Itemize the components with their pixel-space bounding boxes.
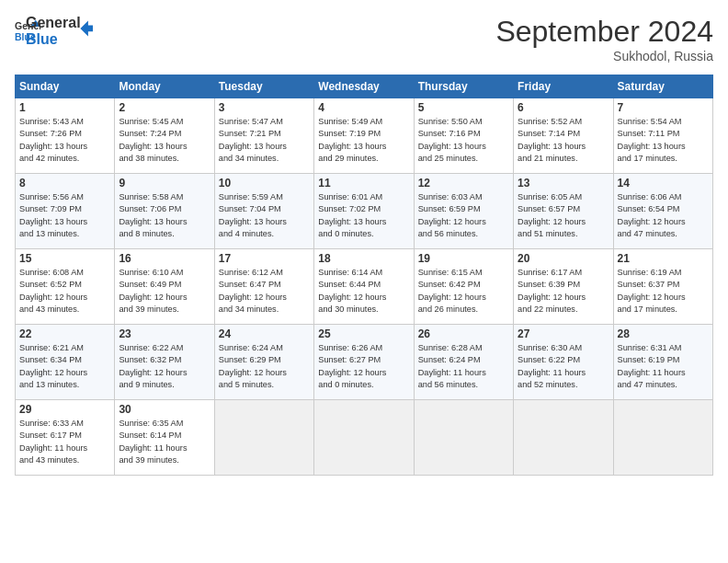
month-title: September 2024: [495, 15, 713, 49]
col-monday: Monday: [115, 75, 214, 98]
logo: General Blue General Blue: [15, 15, 97, 47]
day-info: Sunrise: 6:31 AM Sunset: 6:19 PM Dayligh…: [618, 342, 709, 391]
title-block: September 2024 Sukhodol, Russia: [495, 15, 713, 63]
table-row: 13Sunrise: 6:05 AM Sunset: 6:57 PM Dayli…: [514, 174, 613, 249]
day-info: Sunrise: 5:59 AM Sunset: 7:04 PM Dayligh…: [219, 191, 310, 240]
day-number: 18: [318, 252, 409, 265]
table-row: 3Sunrise: 5:47 AM Sunset: 7:21 PM Daylig…: [214, 98, 313, 174]
table-row: 25Sunrise: 6:26 AM Sunset: 6:27 PM Dayli…: [314, 325, 414, 400]
table-row: 30Sunrise: 6:35 AM Sunset: 6:14 PM Dayli…: [115, 400, 214, 476]
page-container: General Blue General Blue September 2024…: [0, 0, 728, 485]
day-info: Sunrise: 5:49 AM Sunset: 7:19 PM Dayligh…: [318, 116, 409, 165]
day-number: 28: [618, 327, 709, 340]
col-wednesday: Wednesday: [314, 75, 414, 98]
table-row: 27Sunrise: 6:30 AM Sunset: 6:22 PM Dayli…: [514, 325, 613, 400]
day-number: 27: [518, 327, 609, 340]
day-info: Sunrise: 5:47 AM Sunset: 7:21 PM Dayligh…: [219, 116, 310, 165]
day-info: Sunrise: 5:56 AM Sunset: 7:09 PM Dayligh…: [19, 191, 110, 240]
day-info: Sunrise: 6:14 AM Sunset: 6:44 PM Dayligh…: [318, 267, 409, 316]
day-info: Sunrise: 6:01 AM Sunset: 7:02 PM Dayligh…: [318, 191, 409, 240]
day-info: Sunrise: 6:05 AM Sunset: 6:57 PM Dayligh…: [518, 191, 609, 240]
table-row: 22Sunrise: 6:21 AM Sunset: 6:34 PM Dayli…: [16, 325, 115, 400]
table-row: 4Sunrise: 5:49 AM Sunset: 7:19 PM Daylig…: [314, 98, 414, 174]
day-info: Sunrise: 6:33 AM Sunset: 6:17 PM Dayligh…: [19, 418, 110, 466]
day-number: 10: [219, 177, 310, 190]
day-info: Sunrise: 6:19 AM Sunset: 6:37 PM Dayligh…: [618, 267, 709, 316]
table-row: [514, 400, 613, 476]
table-row: 7Sunrise: 5:54 AM Sunset: 7:11 PM Daylig…: [613, 98, 712, 174]
day-info: Sunrise: 6:17 AM Sunset: 6:39 PM Dayligh…: [518, 267, 609, 316]
table-row: 20Sunrise: 6:17 AM Sunset: 6:39 PM Dayli…: [514, 249, 613, 325]
table-row: 1Sunrise: 5:43 AM Sunset: 7:26 PM Daylig…: [16, 98, 115, 174]
table-row: 11Sunrise: 6:01 AM Sunset: 7:02 PM Dayli…: [314, 174, 414, 249]
table-row: 21Sunrise: 6:19 AM Sunset: 6:37 PM Dayli…: [613, 249, 712, 325]
table-row: 28Sunrise: 6:31 AM Sunset: 6:19 PM Dayli…: [613, 325, 712, 400]
day-number: 16: [119, 252, 210, 265]
day-number: 26: [418, 327, 509, 340]
day-number: 21: [618, 252, 709, 265]
day-info: Sunrise: 6:08 AM Sunset: 6:52 PM Dayligh…: [19, 267, 110, 316]
day-number: 30: [119, 403, 210, 416]
table-row: 15Sunrise: 6:08 AM Sunset: 6:52 PM Dayli…: [16, 249, 115, 325]
day-number: 4: [318, 101, 409, 114]
day-number: 17: [219, 252, 310, 265]
table-row: 18Sunrise: 6:14 AM Sunset: 6:44 PM Dayli…: [314, 249, 414, 325]
day-info: Sunrise: 6:15 AM Sunset: 6:42 PM Dayligh…: [418, 267, 509, 316]
day-number: 5: [418, 101, 509, 114]
day-number: 7: [618, 101, 709, 114]
day-info: Sunrise: 6:22 AM Sunset: 6:32 PM Dayligh…: [119, 342, 210, 391]
col-tuesday: Tuesday: [214, 75, 313, 98]
table-row: 12Sunrise: 6:03 AM Sunset: 6:59 PM Dayli…: [414, 174, 513, 249]
day-info: Sunrise: 5:45 AM Sunset: 7:24 PM Dayligh…: [119, 116, 210, 165]
day-number: 1: [19, 101, 110, 114]
day-number: 24: [219, 327, 310, 340]
day-number: 25: [318, 327, 409, 340]
day-number: 15: [19, 252, 110, 265]
table-row: 2Sunrise: 5:45 AM Sunset: 7:24 PM Daylig…: [115, 98, 214, 174]
day-info: Sunrise: 6:06 AM Sunset: 6:54 PM Dayligh…: [618, 191, 709, 240]
table-row: 5Sunrise: 5:50 AM Sunset: 7:16 PM Daylig…: [414, 98, 513, 174]
col-saturday: Saturday: [613, 75, 712, 98]
day-info: Sunrise: 5:50 AM Sunset: 7:16 PM Dayligh…: [418, 116, 509, 165]
day-number: 3: [219, 101, 310, 114]
day-number: 22: [19, 327, 110, 340]
calendar-week-row: 22Sunrise: 6:21 AM Sunset: 6:34 PM Dayli…: [16, 325, 713, 400]
day-number: 11: [318, 177, 409, 190]
day-info: Sunrise: 6:30 AM Sunset: 6:22 PM Dayligh…: [518, 342, 609, 391]
day-number: 19: [418, 252, 509, 265]
svg-marker-3: [80, 20, 93, 36]
table-row: 9Sunrise: 5:58 AM Sunset: 7:06 PM Daylig…: [115, 174, 214, 249]
day-info: Sunrise: 6:10 AM Sunset: 6:49 PM Dayligh…: [119, 267, 210, 316]
table-row: 17Sunrise: 6:12 AM Sunset: 6:47 PM Dayli…: [214, 249, 313, 325]
table-row: 14Sunrise: 6:06 AM Sunset: 6:54 PM Dayli…: [613, 174, 712, 249]
header: General Blue General Blue September 2024…: [15, 15, 713, 63]
table-row: 16Sunrise: 6:10 AM Sunset: 6:49 PM Dayli…: [115, 249, 214, 325]
day-number: 12: [418, 177, 509, 190]
day-info: Sunrise: 6:26 AM Sunset: 6:27 PM Dayligh…: [318, 342, 409, 391]
table-row: 29Sunrise: 6:33 AM Sunset: 6:17 PM Dayli…: [16, 400, 115, 476]
calendar-table: Sunday Monday Tuesday Wednesday Thursday…: [15, 75, 713, 476]
day-number: 23: [119, 327, 210, 340]
table-row: 8Sunrise: 5:56 AM Sunset: 7:09 PM Daylig…: [16, 174, 115, 249]
logo-line1: General: [26, 15, 81, 31]
col-sunday: Sunday: [16, 75, 115, 98]
day-number: 2: [119, 101, 210, 114]
day-number: 14: [618, 177, 709, 190]
table-row: 23Sunrise: 6:22 AM Sunset: 6:32 PM Dayli…: [115, 325, 214, 400]
day-info: Sunrise: 6:24 AM Sunset: 6:29 PM Dayligh…: [219, 342, 310, 391]
table-row: [214, 400, 313, 476]
day-info: Sunrise: 5:54 AM Sunset: 7:11 PM Dayligh…: [618, 116, 709, 165]
table-row: [613, 400, 712, 476]
calendar-week-row: 1Sunrise: 5:43 AM Sunset: 7:26 PM Daylig…: [16, 98, 713, 174]
logo-line2: Blue: [26, 31, 81, 48]
day-info: Sunrise: 6:03 AM Sunset: 6:59 PM Dayligh…: [418, 191, 509, 240]
day-number: 20: [518, 252, 609, 265]
day-info: Sunrise: 5:52 AM Sunset: 7:14 PM Dayligh…: [518, 116, 609, 165]
table-row: [314, 400, 414, 476]
calendar-week-row: 8Sunrise: 5:56 AM Sunset: 7:09 PM Daylig…: [16, 174, 713, 249]
day-number: 13: [518, 177, 609, 190]
table-row: 10Sunrise: 5:59 AM Sunset: 7:04 PM Dayli…: [214, 174, 313, 249]
location-subtitle: Sukhodol, Russia: [495, 49, 713, 63]
calendar-header-row: Sunday Monday Tuesday Wednesday Thursday…: [16, 75, 713, 98]
day-info: Sunrise: 5:58 AM Sunset: 7:06 PM Dayligh…: [119, 191, 210, 240]
